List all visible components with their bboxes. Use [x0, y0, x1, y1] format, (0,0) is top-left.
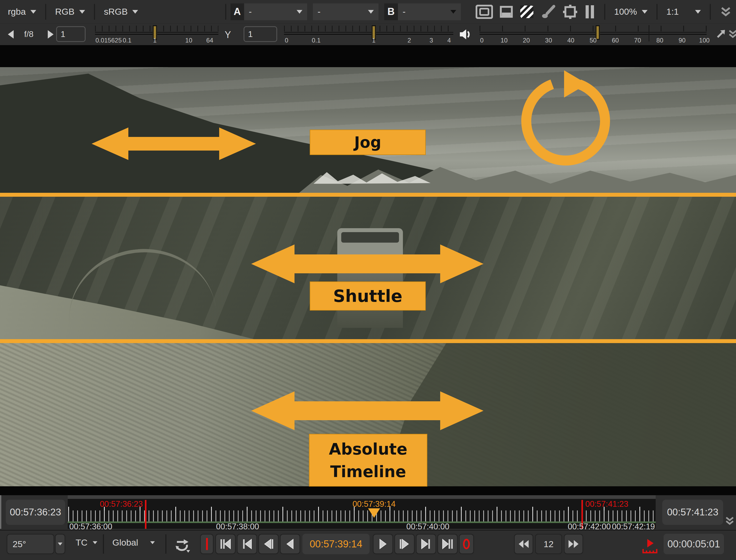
set-in-point-button[interactable]: [200, 534, 214, 554]
transport-bar: 25° TC Global: [0, 530, 736, 560]
go-to-start-button[interactable]: [237, 534, 257, 554]
chevron-down-icon: [451, 10, 456, 14]
arrow-left-head: [251, 244, 294, 283]
prev-fstop-button[interactable]: [8, 30, 14, 39]
gamma-tick-label: 3: [430, 37, 433, 44]
colorspace-dropdown[interactable]: sRGB: [104, 7, 138, 17]
in-marker-label: 00:57:36:23: [83, 499, 143, 509]
chevron-down-icon: [150, 541, 155, 544]
pixel-aspect-dropdown[interactable]: 1:1: [666, 7, 701, 17]
collapse-chevrons-icon[interactable]: [728, 29, 736, 39]
jog-label: Jog: [310, 130, 426, 155]
wipe-mode-value: -: [317, 7, 320, 17]
play-forward-fast-button[interactable]: [437, 534, 458, 554]
volume-slider[interactable]: 0 10 20 30 40 50 60 70 80 90 100: [480, 24, 707, 45]
viewer-canvas[interactable]: Jog Shuttle Absolute Timeline: [0, 45, 736, 495]
display-mode-dropdown[interactable]: RGB: [55, 7, 85, 17]
input-a-dropdown[interactable]: -: [244, 3, 307, 20]
viewer-toolbar: rgba RGB sRGB A - - B -: [0, 0, 736, 24]
playhead-label: 00:57:39:14: [342, 499, 406, 509]
arrow-shaft: [128, 137, 219, 151]
skip-back-button[interactable]: [514, 534, 533, 554]
divider: [103, 534, 104, 554]
arrow-right-head: [440, 391, 484, 430]
timeline-left-edge: [0, 495, 1, 529]
input-b-dropdown[interactable]: -: [398, 3, 461, 20]
proxy-icon[interactable]: [500, 6, 513, 18]
step-forward-button[interactable]: [394, 534, 415, 554]
bar-right-triangle-icon: [398, 538, 411, 550]
fps-field[interactable]: 25°: [7, 534, 54, 554]
ruler-label: 00:57:42:00: [568, 522, 611, 531]
in-point-marker[interactable]: [145, 500, 146, 529]
in-point-timecode: 00:57:36:23: [10, 507, 61, 518]
timeline-scrollbar[interactable]: [68, 495, 656, 499]
play-backward-fast-button[interactable]: [215, 534, 236, 554]
in-point-timecode-box[interactable]: 00:57:36:23: [6, 500, 65, 525]
roi-brush-icon[interactable]: [541, 5, 556, 19]
zoom-level-value: 100%: [614, 7, 637, 17]
volume-tick-label: 10: [501, 37, 508, 44]
volume-tick-label: 90: [679, 37, 686, 44]
play-backward-button[interactable]: [280, 534, 300, 554]
viewer-window: rgba RGB sRGB A - - B -: [0, 0, 736, 560]
volume-slider-track[interactable]: [480, 32, 707, 35]
zebra-stripes-icon[interactable]: [520, 5, 534, 19]
right-triangle-bar-icon: [420, 538, 432, 550]
timeline-strip[interactable]: 00:57:36:23 00:57:39:14 00:57:41:23 00:5…: [68, 495, 656, 529]
step-back-button[interactable]: [258, 534, 279, 554]
chevron-down-icon: [296, 10, 302, 14]
divider: [604, 4, 605, 20]
bar-left-triangle-icon: [241, 538, 253, 550]
frame-increment-field[interactable]: 12: [535, 534, 562, 554]
play-forward-button[interactable]: [373, 534, 393, 554]
monitor-out-icon[interactable]: [476, 5, 493, 19]
chevron-down-icon: [79, 10, 85, 14]
channels-label: rgba: [8, 7, 26, 17]
fstop-label: f/8: [24, 29, 34, 39]
volume-tick-label: 80: [656, 37, 663, 44]
go-to-end-button[interactable]: [416, 534, 436, 554]
jog-arrow: [92, 127, 256, 160]
gain-input[interactable]: [56, 26, 86, 42]
playhead-marker[interactable]: [368, 508, 380, 518]
zoom-level-dropdown[interactable]: 100%: [614, 7, 648, 17]
set-out-point-button[interactable]: [459, 534, 474, 554]
collapse-chevrons-icon[interactable]: [720, 6, 732, 18]
colorspace-label: sRGB: [104, 7, 128, 17]
range-mode-dropdown[interactable]: Global: [112, 537, 155, 548]
left-triangle-icon: [284, 538, 296, 550]
wipe-mode-dropdown[interactable]: -: [313, 3, 379, 20]
volume-tick-label: 100: [699, 37, 710, 44]
gamma-label: Y: [225, 29, 231, 40]
timecode-mode-dropdown[interactable]: TC: [76, 537, 98, 548]
expand-arrow-icon[interactable]: [715, 28, 727, 40]
ruler-label: 00:57:42:19: [612, 522, 655, 531]
duration-display[interactable]: 00:00:05:01: [664, 534, 724, 554]
arrow-left-head: [251, 391, 294, 430]
playback-range-icon[interactable]: [642, 538, 658, 554]
chevron-down-icon: [642, 10, 648, 14]
channels-dropdown[interactable]: rgba: [8, 7, 36, 17]
gain-tick-label: 0.1: [123, 37, 131, 44]
collapse-chevrons-icon[interactable]: [724, 516, 735, 526]
fps-dropdown-button[interactable]: [55, 534, 65, 554]
gain-slider[interactable]: 0.015625 0.1 1 10 64: [95, 24, 218, 45]
speaker-icon[interactable]: [459, 28, 472, 41]
divider: [657, 4, 658, 20]
in-point-bar-icon: [206, 538, 208, 550]
gamma-tick-label: 4: [447, 37, 451, 44]
out-point-timecode-box[interactable]: 00:57:41:23: [662, 500, 723, 525]
next-fstop-button[interactable]: [48, 30, 54, 39]
skip-forward-button[interactable]: [564, 534, 583, 554]
arrow-shaft: [294, 254, 440, 273]
divider: [165, 534, 166, 554]
gamma-slider[interactable]: 0 0.1 1 2 3 4: [284, 24, 453, 45]
playback-mode-loop-icon[interactable]: [174, 538, 191, 554]
pause-icon[interactable]: [584, 5, 595, 19]
gamma-input[interactable]: [243, 26, 277, 42]
gate-display-icon[interactable]: [563, 4, 578, 19]
current-timecode-display[interactable]: 00:57:39:14: [302, 534, 370, 554]
gamma-slider-track[interactable]: [284, 32, 453, 35]
current-timecode: 00:57:39:14: [310, 538, 362, 550]
